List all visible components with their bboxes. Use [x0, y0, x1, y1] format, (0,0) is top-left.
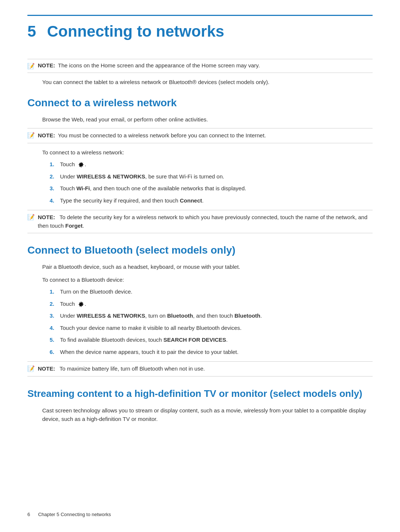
footer-chapter-label [31, 512, 37, 517]
footer-page: 6 [27, 512, 30, 517]
bt-step-number-6: 6. [50, 348, 60, 357]
bt-step-number-2: 2. [50, 300, 60, 308]
bt-step-6-text: When the device name appears, touch it t… [60, 348, 239, 357]
wireless-section: Connect to a wireless network Browse the… [27, 97, 373, 234]
footer-chapter-text: Chapter 5 Connecting to networks [38, 512, 111, 517]
bt-step-number-4: 4. [50, 324, 60, 332]
wireless-note-label: NOTE: [38, 132, 55, 138]
intro-text: You can connect the tablet to a wireless… [42, 78, 373, 87]
bluetooth-note-text: To maximize battery life, turn off Bluet… [58, 365, 205, 372]
wireless-note-box: 📝 NOTE: You must be connected to a wirel… [27, 128, 373, 143]
wireless-bottom-note-label: NOTE: [38, 214, 55, 220]
bluetooth-section: Connect to Bluetooth (select models only… [27, 244, 373, 377]
wireless-to-connect: To connect to a wireless network: [42, 148, 373, 157]
bluetooth-step-2: 2. Touch . [50, 300, 373, 308]
bluetooth-note-icon: 📝 [27, 365, 35, 372]
bluetooth-note-content: NOTE: To maximize battery life, turn off… [38, 365, 373, 373]
step-number-2: 2. [50, 173, 60, 181]
wireless-note-text: You must be connected to a wireless netw… [58, 132, 266, 138]
bt-step-1-text: Turn on the Bluetooth device. [60, 288, 132, 296]
wireless-bottom-note-content: NOTE: To delete the security key for a w… [38, 213, 373, 230]
bt-step-number-5: 5. [50, 336, 60, 344]
wireless-steps-list: 1. Touch . 2. Under WIRELESS & NETWORKS,… [50, 160, 373, 205]
top-note-text: The icons on the Home screen and the app… [58, 62, 260, 68]
step-number-4: 4. [50, 197, 60, 205]
wireless-bottom-note-text: To delete the security key for a wireles… [38, 214, 367, 229]
wireless-step-4: 4. Type the security key if required, an… [50, 197, 373, 205]
gear-icon-1 [78, 161, 84, 168]
wireless-bottom-note-box: 📝 NOTE: To delete the security key for a… [27, 210, 373, 233]
bt-step-5-text: To find available Bluetooth devices, tou… [60, 336, 228, 344]
bluetooth-step-3: 3. Under WIRELESS & NETWORKS, turn on Bl… [50, 312, 373, 320]
bt-step-3-text: Under WIRELESS & NETWORKS, turn on Bluet… [60, 312, 262, 320]
bluetooth-step-5: 5. To find available Bluetooth devices, … [50, 336, 373, 344]
gear-icon-2 [78, 301, 84, 308]
step-number-3: 3. [50, 184, 60, 193]
step-1-text: Touch . [60, 160, 86, 169]
wireless-bottom-note-icon: 📝 [27, 214, 35, 221]
step-4-text: Type the security key if required, and t… [60, 197, 204, 205]
streaming-title: Streaming content to a high-definition T… [27, 388, 373, 400]
wireless-intro: Browse the Web, read your email, or perf… [42, 116, 373, 124]
footer: 6 Chapter 5 Connecting to networks [27, 512, 111, 517]
bluetooth-step-6: 6. When the device name appears, touch i… [50, 348, 373, 357]
bluetooth-title: Connect to Bluetooth (select models only… [27, 244, 373, 256]
top-note-box: 📝 NOTE: The icons on the Home screen and… [27, 59, 373, 73]
note-icon: 📝 [27, 63, 35, 70]
bluetooth-note-label: NOTE: [38, 365, 55, 372]
step-2-text: Under WIRELESS & NETWORKS, be sure that … [60, 173, 224, 181]
bluetooth-intro: Pair a Bluetooth device, such as a heads… [42, 263, 373, 271]
top-note-content: NOTE: The icons on the Home screen and t… [38, 62, 260, 68]
bt-step-2-text: Touch . [60, 300, 86, 308]
top-note-label: NOTE: [38, 62, 55, 68]
streaming-intro: Cast screen technology allows you to str… [42, 406, 373, 423]
bt-step-number-3: 3. [50, 312, 60, 320]
wireless-note-icon: 📝 [27, 132, 35, 139]
chapter-number: 5 [27, 23, 36, 40]
wireless-step-1: 1. Touch . [50, 160, 373, 169]
chapter-title: 5 Connecting to networks [27, 15, 373, 40]
step-3-text: Touch Wi-Fi, and then touch one of the a… [60, 184, 246, 193]
chapter-title-text: Connecting to networks [47, 23, 224, 40]
wireless-title: Connect to a wireless network [27, 97, 373, 109]
wireless-note-content: NOTE: You must be connected to a wireles… [38, 131, 373, 140]
bluetooth-step-1: 1. Turn on the Bluetooth device. [50, 288, 373, 296]
step-number-1: 1. [50, 160, 60, 169]
wireless-step-2: 2. Under WIRELESS & NETWORKS, be sure th… [50, 173, 373, 181]
wireless-step-3: 3. Touch Wi-Fi, and then touch one of th… [50, 184, 373, 193]
bt-step-4-text: Touch your device name to make it visibl… [60, 324, 241, 332]
bluetooth-step-4: 4. Touch your device name to make it vis… [50, 324, 373, 332]
bluetooth-to-connect: To connect to a Bluetooth device: [42, 276, 373, 284]
bluetooth-note-box: 📝 NOTE: To maximize battery life, turn o… [27, 361, 373, 377]
streaming-section: Streaming content to a high-definition T… [27, 388, 373, 424]
bluetooth-steps-list: 1. Turn on the Bluetooth device. 2. Touc… [50, 288, 373, 356]
bt-step-number-1: 1. [50, 288, 60, 296]
